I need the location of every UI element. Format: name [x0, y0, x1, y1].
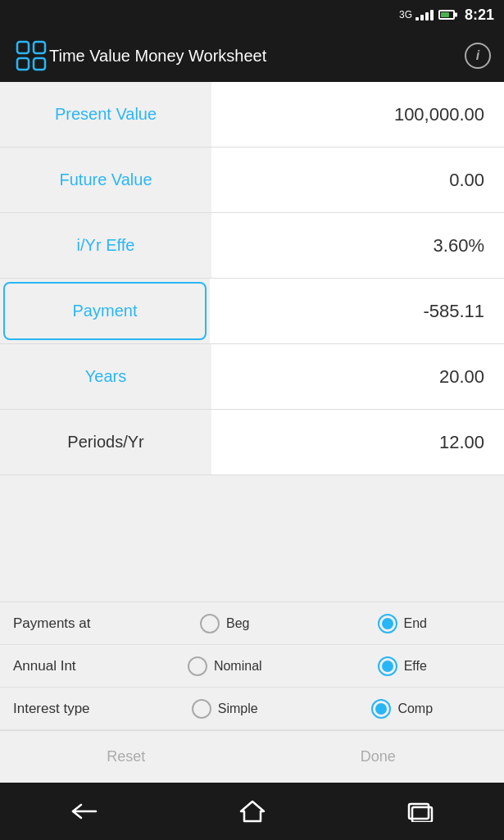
- annual-int-label: Annual Int: [13, 658, 136, 674]
- future-value-label: Future Value: [0, 148, 211, 212]
- future-value-row[interactable]: Future Value 0.00: [0, 148, 504, 213]
- radio-section: Payments at Beg End Annual Int: [0, 602, 504, 730]
- signal-bars-icon: [415, 9, 434, 20]
- network-indicator: 3G: [399, 9, 434, 20]
- action-buttons: Reset Done: [0, 730, 504, 783]
- status-bar: 3G 8:21: [0, 0, 504, 30]
- interest-rate-value[interactable]: 3.60%: [211, 213, 504, 278]
- app-title: Time Value Money Worksheet: [49, 47, 465, 66]
- interest-type-label: Interest type: [13, 701, 136, 717]
- payments-at-row: Payments at Beg End: [0, 602, 504, 645]
- interest-type-comp-radio[interactable]: [371, 699, 391, 719]
- years-label: Years: [0, 344, 211, 409]
- periods-label: Periods/Yr: [0, 410, 211, 474]
- svg-marker-6: [241, 801, 264, 821]
- present-value-row[interactable]: Present Value 100,000.00: [0, 82, 504, 148]
- interest-type-simple-label: Simple: [218, 702, 258, 716]
- annual-int-options: Nominal Effe: [136, 656, 491, 676]
- battery-icon: [438, 10, 455, 20]
- present-value-label: Present Value: [0, 82, 211, 147]
- payments-at-end-radio[interactable]: [378, 614, 397, 633]
- present-value-value[interactable]: 100,000.00: [211, 82, 504, 147]
- reset-button[interactable]: Reset: [0, 731, 252, 783]
- payment-value[interactable]: -585.11: [210, 279, 504, 343]
- interest-type-simple-option[interactable]: Simple: [136, 699, 314, 719]
- payments-at-beg-radio[interactable]: [200, 614, 220, 633]
- app-logo-icon: [13, 38, 49, 74]
- main-content: Present Value 100,000.00 Future Value 0.…: [0, 82, 504, 783]
- annual-int-row: Annual Int Nominal Effe: [0, 645, 504, 688]
- home-icon: [239, 800, 266, 823]
- payments-at-beg-option[interactable]: Beg: [136, 614, 314, 633]
- periods-row[interactable]: Periods/Yr 12.00: [0, 410, 504, 475]
- payments-at-end-option[interactable]: End: [314, 614, 492, 633]
- payment-label: Payment: [3, 282, 207, 340]
- recents-icon: [407, 801, 434, 822]
- annual-int-effe-option[interactable]: Effe: [314, 656, 492, 676]
- recents-button[interactable]: [396, 795, 445, 828]
- interest-rate-row[interactable]: i/Yr Effe 3.60%: [0, 213, 504, 279]
- annual-int-nominal-label: Nominal: [214, 659, 262, 674]
- nav-bar: [0, 783, 504, 840]
- interest-rate-label: i/Yr Effe: [0, 213, 211, 278]
- interest-type-row: Interest type Simple Comp: [0, 688, 504, 730]
- status-time: 8:21: [465, 7, 494, 24]
- app-header: Time Value Money Worksheet i: [0, 30, 504, 82]
- years-row[interactable]: Years 20.00: [0, 344, 504, 410]
- interest-type-options: Simple Comp: [136, 699, 491, 719]
- back-icon: [70, 801, 99, 821]
- annual-int-nominal-radio[interactable]: [188, 656, 207, 676]
- annual-int-nominal-option[interactable]: Nominal: [136, 656, 314, 676]
- worksheet-rows: Present Value 100,000.00 Future Value 0.…: [0, 82, 504, 602]
- interest-type-simple-radio[interactable]: [192, 699, 211, 719]
- home-button[interactable]: [228, 795, 277, 828]
- interest-type-comp-option[interactable]: Comp: [314, 699, 492, 719]
- payments-at-beg-label: Beg: [226, 616, 249, 631]
- payments-at-options: Beg End: [136, 614, 491, 633]
- annual-int-effe-radio[interactable]: [378, 656, 397, 676]
- payment-row[interactable]: Payment -585.11: [0, 279, 504, 344]
- payments-at-end-label: End: [404, 616, 427, 631]
- interest-type-comp-label: Comp: [397, 702, 433, 716]
- payments-at-label: Payments at: [13, 615, 136, 632]
- future-value-value[interactable]: 0.00: [211, 148, 504, 212]
- back-button[interactable]: [60, 795, 109, 828]
- done-button[interactable]: Done: [252, 731, 505, 783]
- periods-value[interactable]: 12.00: [211, 410, 504, 474]
- years-value[interactable]: 20.00: [211, 344, 504, 409]
- info-button[interactable]: i: [465, 43, 491, 69]
- annual-int-effe-label: Effe: [404, 659, 427, 674]
